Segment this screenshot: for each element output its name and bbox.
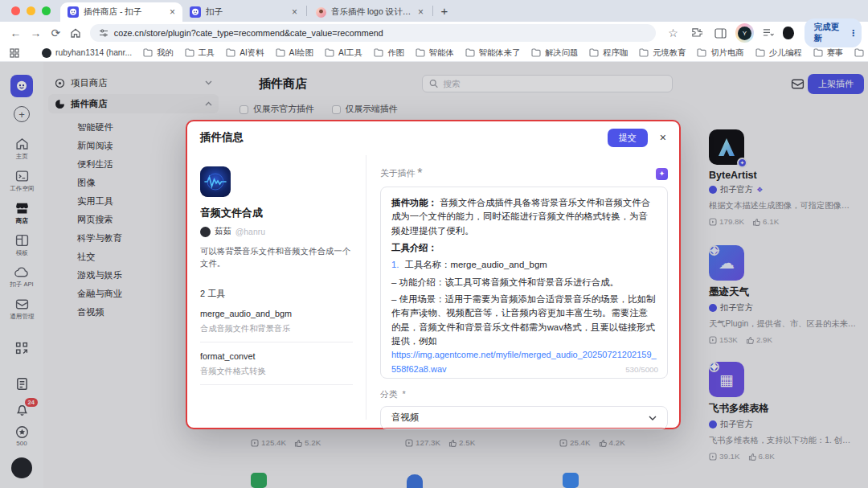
- plugin-form-panel: 关于插件 * ✦ 插件功能： 音频文件合成插件具备将背景音乐文件和音频文件合成为…: [380, 166, 668, 423]
- plugin-description: 可以将背景音乐文件和音频文件合成一个文件。: [200, 246, 353, 269]
- ai-generate-button[interactable]: ✦: [656, 168, 668, 180]
- tab-title: 音乐插件 logo 设计 - 豆包: [331, 6, 413, 18]
- tab-coze[interactable]: 扣子 ×: [182, 2, 305, 22]
- audio-plugin-icon: [200, 166, 231, 197]
- submit-button[interactable]: 提交: [608, 129, 648, 147]
- bookmark-star-icon[interactable]: ☆: [664, 23, 682, 43]
- modal-title: 插件信息: [200, 130, 244, 145]
- side-panel-icon[interactable]: [711, 23, 730, 43]
- about-label: 关于插件: [380, 168, 415, 179]
- address-bar[interactable]: coze.cn/store/plugin?cate_type=recommend…: [90, 24, 657, 42]
- back-icon[interactable]: ←: [6, 23, 25, 43]
- about-label-row: 关于插件 * ✦: [380, 166, 668, 181]
- bookmark-folder[interactable]: 少儿编程: [755, 47, 802, 59]
- author-avatar: [200, 227, 211, 237]
- plugin-author: 茹茹 @hanru: [200, 226, 353, 237]
- tool-item[interactable]: format_convet 音频文件格式转换: [200, 342, 353, 385]
- folder-icon: [185, 48, 194, 57]
- browser-chrome: 插件商店 - 扣子 × 扣子 × 音乐插件 logo 设计 - 豆包 × + ←…: [0, 0, 868, 62]
- bookmark-folder[interactable]: AI资料: [226, 47, 264, 59]
- bookmark-folder[interactable]: 切片电商: [697, 47, 743, 59]
- example-link[interactable]: https://img.agentcome.net/myfile/merged_…: [391, 350, 657, 373]
- bookmark-folder[interactable]: 智能体: [416, 47, 454, 59]
- tab-title: 插件商店 - 扣子: [84, 6, 165, 18]
- folder-icon: [143, 48, 153, 57]
- bookmark-folder[interactable]: 解决问题: [531, 47, 578, 59]
- bookmark-github[interactable]: rubyhan1314 (hanr...: [42, 48, 132, 58]
- column-divider: [366, 155, 366, 420]
- menu-dots-icon[interactable]: ⋮: [849, 28, 858, 39]
- home-icon[interactable]: [67, 23, 85, 43]
- folder-icon: [465, 48, 475, 57]
- tools-count: 2 工具: [200, 288, 353, 300]
- reload-icon[interactable]: ⟳: [47, 23, 65, 43]
- category-label-row: 分类 *: [380, 389, 668, 400]
- folder-icon: [325, 48, 334, 57]
- screen: 插件商店 - 扣子 × 扣子 × 音乐插件 logo 设计 - 豆包 × + ←…: [0, 0, 868, 488]
- url-text: coze.cn/store/plugin?cate_type=recommend…: [114, 28, 383, 38]
- bookmark-folder[interactable]: 程序咖: [589, 47, 628, 59]
- close-window-button[interactable]: [11, 6, 20, 15]
- folder-icon: [589, 48, 599, 57]
- plugin-name: 音频文件合成: [200, 206, 353, 220]
- category-value: 音视频: [391, 412, 420, 424]
- zoom-window-button[interactable]: [42, 6, 51, 15]
- tab-close-icon[interactable]: ×: [292, 7, 297, 17]
- reading-list-icon[interactable]: [760, 23, 778, 43]
- tab-separator: [432, 6, 433, 16]
- folder-icon: [755, 48, 765, 57]
- toolbar-right-icons: ☆ Y 完成更新 ⋮: [664, 18, 862, 47]
- folder-icon: [276, 48, 285, 57]
- bookmark-folder[interactable]: 元境教育: [639, 47, 686, 59]
- required-asterisk: *: [417, 166, 422, 181]
- dark-extension-icon[interactable]: [783, 27, 794, 39]
- extensions-icon[interactable]: [688, 23, 706, 43]
- coze-favicon: [68, 6, 79, 18]
- coze-page: + 主页 工作空间 商店 模板 扣子 API: [0, 62, 868, 488]
- bookmark-folder[interactable]: AI绘图: [276, 47, 313, 59]
- bookmark-folder[interactable]: 软考: [854, 47, 868, 59]
- folder-icon: [531, 48, 541, 57]
- bookmarks-bar: rubyhan1314 (hanr... 我的 工具 AI资料 AI绘图 AI工…: [0, 44, 868, 62]
- tab-doubao[interactable]: 音乐插件 logo 设计 - 豆包 ×: [309, 2, 431, 22]
- modal-header: 插件信息 提交 ×: [187, 121, 679, 154]
- window-controls[interactable]: [6, 0, 60, 22]
- tab-separator: [306, 6, 307, 16]
- bookmark-folder[interactable]: 智能体来了: [465, 47, 520, 59]
- folder-icon: [697, 48, 706, 57]
- category-select[interactable]: 音视频: [380, 406, 668, 429]
- github-avatar-icon: [42, 48, 51, 58]
- folder-icon: [854, 48, 864, 57]
- profile-avatar[interactable]: Y: [735, 23, 754, 43]
- bookmark-folder[interactable]: 作图: [374, 47, 404, 59]
- tab-close-icon[interactable]: ×: [170, 7, 175, 17]
- modal-body: 音频文件合成 茹茹 @hanru 可以将背景音乐文件和音频文件合成一个文件。 2…: [187, 154, 679, 428]
- minimize-window-button[interactable]: [27, 6, 35, 15]
- char-counter: 530/5000: [624, 364, 660, 376]
- tab-plugin-store[interactable]: 插件商店 - 扣子 ×: [60, 2, 182, 22]
- doubao-favicon: [316, 7, 326, 18]
- about-textarea[interactable]: 插件功能： 音频文件合成插件具备将背景音乐文件和音频文件合成为一个文件的能力，同…: [380, 187, 668, 379]
- plugin-info-modal: 插件信息 提交 × 音频文件合成 茹茹 @hanru 可: [186, 120, 681, 429]
- folder-icon: [374, 48, 383, 57]
- chrome-update-button[interactable]: 完成更新 ⋮: [805, 18, 862, 47]
- bookmark-folder[interactable]: 工具: [185, 47, 215, 59]
- new-tab-button[interactable]: +: [435, 2, 454, 21]
- apps-grid-icon[interactable]: [10, 44, 19, 62]
- bookmark-folder[interactable]: 我的: [143, 47, 174, 59]
- forward-icon[interactable]: →: [27, 23, 45, 43]
- tool-item[interactable]: merge_audio_and_bgm 合成音频文件和背景音乐: [200, 300, 353, 342]
- required-asterisk: *: [403, 389, 406, 399]
- site-settings-icon[interactable]: [99, 28, 108, 38]
- tab-close-icon[interactable]: ×: [418, 7, 424, 17]
- bookmark-folder[interactable]: AI工具: [325, 47, 362, 59]
- tab-title: 扣子: [206, 6, 287, 18]
- browser-toolbar: ← → ⟳ coze.cn/store/plugin?cate_type=rec…: [0, 22, 868, 44]
- close-icon[interactable]: ×: [660, 132, 666, 143]
- folder-icon: [226, 48, 235, 57]
- update-label: 完成更新: [813, 22, 845, 44]
- bookmark-folder[interactable]: 赛事: [813, 47, 844, 59]
- folder-icon: [416, 48, 425, 57]
- folder-icon: [639, 48, 649, 57]
- plugin-summary-panel: 音频文件合成 茹茹 @hanru 可以将背景音乐文件和音频文件合成一个文件。 2…: [200, 166, 353, 423]
